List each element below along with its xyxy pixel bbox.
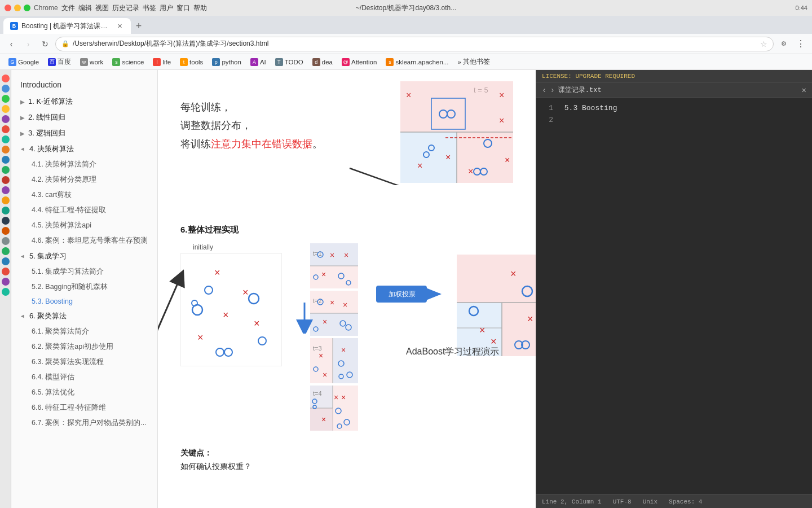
active-tab[interactable]: B Boosting | 机器学习算法课程Z... ✕ <box>3 18 131 34</box>
dock-icon-20[interactable] <box>2 268 10 275</box>
dock-icon-14[interactable] <box>2 207 10 214</box>
dock-icon-4[interactable] <box>2 105 10 113</box>
sidebar-item-dt-cart[interactable]: 4.3. cart剪枝 <box>11 187 157 203</box>
sidebar-item-dt-titanic[interactable]: 4.6. 案例：泰坦尼克号乘客生存预测 <box>11 233 157 248</box>
dock-icon-10[interactable] <box>2 166 10 174</box>
dock-icon-18[interactable] <box>2 247 10 255</box>
panel-nav-right[interactable]: › <box>550 86 554 95</box>
tab-close-button[interactable]: ✕ <box>115 21 124 30</box>
dock-icon-12[interactable] <box>2 186 10 194</box>
sidebar-item-cluster-opt[interactable]: 6.5. 算法优化 <box>11 385 157 400</box>
reload-button[interactable]: ↻ <box>38 37 52 51</box>
bookmark-icon[interactable]: ☆ <box>760 40 767 49</box>
dock-icon-7[interactable] <box>2 135 10 143</box>
bookmark-todo[interactable]: T TODO <box>271 57 307 67</box>
bookmark-tools[interactable]: t tools <box>176 57 207 67</box>
sidebar-item-ensemble[interactable]: ▼ 5. 集成学习 <box>11 248 157 264</box>
dock-icon-9[interactable] <box>2 156 10 164</box>
minimize-button[interactable] <box>14 5 21 11</box>
sidebar-item-cluster-case[interactable]: 6.7. 案例：探究用户对物品类别的... <box>11 415 157 431</box>
bookmark-science[interactable]: s science <box>108 57 148 67</box>
close-button[interactable] <box>5 5 11 11</box>
bookmark-ai[interactable]: A AI <box>246 57 270 67</box>
dock-icon-15[interactable] <box>2 217 10 225</box>
svg-text:×: × <box>510 268 517 279</box>
dock-icon-16[interactable] <box>2 227 10 235</box>
extensions-button[interactable]: ⚙ <box>777 37 791 51</box>
sidebar-intro[interactable]: Introduction <box>11 76 157 94</box>
dea-icon: d <box>312 58 320 66</box>
dock-icon-13[interactable] <box>2 196 10 204</box>
caret-dt: ▼ <box>20 146 26 152</box>
dock-icon-17[interactable] <box>2 237 10 245</box>
sidebar-item-cluster-flow[interactable]: 6.3. 聚类算法实现流程 <box>11 354 157 370</box>
sidebar-item-cluster-feature[interactable]: 6.6. 特征工程-特征降维 <box>11 400 157 415</box>
panel-filename: 课堂记录.txt <box>558 85 602 95</box>
url-bar[interactable]: 🔒 /Users/sherwin/Desktop/机器学习(算法篇)/集成学习/… <box>55 37 774 51</box>
maximize-button[interactable] <box>24 5 30 11</box>
sidebar-item-boosting[interactable]: 5.3. Boosting <box>11 295 157 308</box>
sidebar-item-decision-tree[interactable]: ▼ 4. 决策树算法 <box>11 141 157 157</box>
menu-file[interactable]: 文件 <box>61 3 75 13</box>
traffic-lights[interactable] <box>5 5 30 11</box>
panel-footer: Line 2, Column 1 UTF-8 Unix Spaces: 4 <box>536 494 812 508</box>
dock-icon-8[interactable] <box>2 146 10 154</box>
panel-close-button[interactable]: ✕ <box>802 85 806 95</box>
sidebar-item-dt-intro[interactable]: 4.1. 决策树算法简介 <box>11 157 157 172</box>
menu-history[interactable]: 历史记录 <box>112 3 139 13</box>
back-button[interactable]: ‹ <box>5 37 18 51</box>
menu-bookmarks[interactable]: 书签 <box>143 3 156 13</box>
dock-icon-3[interactable] <box>2 95 10 103</box>
bookmark-python[interactable]: p python <box>208 57 245 67</box>
svg-text:×: × <box>214 267 220 278</box>
dock-icon-6[interactable] <box>2 125 10 133</box>
sidebar-item-ensemble-intro[interactable]: 5.1. 集成学习算法简介 <box>11 264 157 279</box>
chrome-menu-button[interactable]: ⋮ <box>794 37 807 51</box>
dock-icon-5[interactable] <box>2 115 10 123</box>
svg-text:×: × <box>330 298 334 307</box>
dock-icon-22[interactable] <box>2 288 10 296</box>
menu-view[interactable]: 视图 <box>95 3 109 13</box>
svg-text:×: × <box>223 309 229 321</box>
menu-help[interactable]: 帮助 <box>193 3 207 13</box>
panel-nav-left[interactable]: ‹ <box>542 86 546 95</box>
iter-2-plot: t=2 × × × <box>310 291 358 336</box>
bookmark-work[interactable]: w work <box>76 57 107 67</box>
sidebar-item-linear[interactable]: ▶ 2. 线性回归 <box>11 110 157 125</box>
bookmark-sklearn[interactable]: s sklearn.apachen... <box>382 57 452 67</box>
sidebar-item-logistic[interactable]: ▶ 3. 逻辑回归 <box>11 125 157 141</box>
bookmark-baidu[interactable]: 百 百度 <box>44 56 75 67</box>
bookmark-others[interactable]: » 其他书签 <box>453 56 493 67</box>
dock-icon-11[interactable] <box>2 176 10 184</box>
menu-edit[interactable]: 编辑 <box>78 3 92 13</box>
new-tab-button[interactable]: + <box>131 18 147 34</box>
svg-text:×: × <box>323 370 327 379</box>
upgrade-bar: LICENSE: UPGRADE REQUIRED <box>536 70 812 82</box>
dock-icon-2[interactable] <box>2 85 10 93</box>
sidebar-item-cluster-api[interactable]: 6.2. 聚类算法api初步使用 <box>11 339 157 354</box>
menu-window[interactable]: 窗口 <box>176 3 190 13</box>
bookmark-dea[interactable]: d dea <box>308 57 337 67</box>
forward-button[interactable]: › <box>21 37 35 51</box>
sidebar-item-dt-feature[interactable]: 4.4. 特征工程-特征提取 <box>11 203 157 218</box>
big-arrow <box>293 300 316 334</box>
dock-icon-1[interactable] <box>2 75 10 82</box>
dock-icon-19[interactable] <box>2 257 10 265</box>
section-6-title: 6.整体过程实现 <box>180 225 513 235</box>
menu-people[interactable]: 用户 <box>160 3 173 13</box>
svg-text:×: × <box>341 345 346 354</box>
title-bar: Chrome 文件 编辑 视图 历史记录 书签 用户 窗口 帮助 ~/Deskt… <box>0 0 812 16</box>
sklearn-icon: s <box>386 58 394 66</box>
sidebar-item-cluster-intro[interactable]: 6.1. 聚类算法简介 <box>11 324 157 339</box>
bookmark-attention[interactable]: @ Attention <box>338 57 381 67</box>
svg-text:×: × <box>319 351 323 360</box>
bookmark-google[interactable]: G Google <box>5 57 43 67</box>
sidebar-item-bagging[interactable]: 5.2. Bagging和随机森林 <box>11 279 157 295</box>
sidebar-item-cluster-eval[interactable]: 6.4. 模型评估 <box>11 370 157 385</box>
sidebar-item-dt-classify[interactable]: 4.2. 决策树分类原理 <box>11 172 157 187</box>
sidebar-item-clustering[interactable]: ▼ 6. 聚类算法 <box>11 308 157 324</box>
sidebar-item-dt-api[interactable]: 4.5. 决策树算法api <box>11 218 157 233</box>
bookmark-life[interactable]: l life <box>149 57 175 67</box>
sidebar-item-knn[interactable]: ▶ 1. K-近邻算法 <box>11 94 157 110</box>
dock-icon-21[interactable] <box>2 278 10 286</box>
